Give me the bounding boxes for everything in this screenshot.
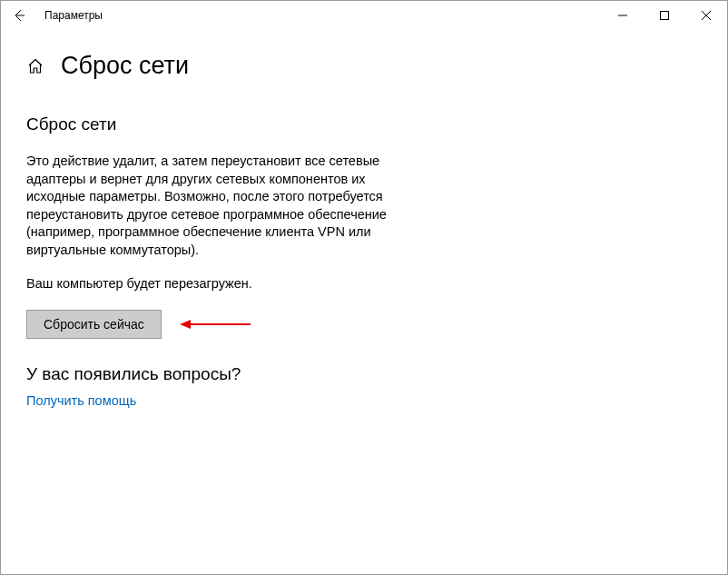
svg-rect-2 xyxy=(661,12,669,20)
back-button[interactable] xyxy=(6,3,32,28)
restart-note: Ваш компьютер будет перезагружен. xyxy=(26,275,411,293)
window-title: Параметры xyxy=(44,9,103,22)
description-text: Это действие удалит, а затем переустанов… xyxy=(26,153,411,259)
annotation-arrow xyxy=(180,317,252,332)
home-icon xyxy=(27,58,44,74)
maximize-button[interactable] xyxy=(644,1,685,30)
window-controls xyxy=(602,1,727,30)
home-button[interactable] xyxy=(26,57,44,75)
section-heading: Сброс сети xyxy=(26,114,411,134)
minimize-icon xyxy=(618,11,627,20)
get-help-link[interactable]: Получить помощь xyxy=(26,393,136,408)
arrow-left-red-icon xyxy=(180,317,252,332)
titlebar: Параметры xyxy=(1,1,727,30)
minimize-button[interactable] xyxy=(602,1,644,30)
page-header: Сброс сети xyxy=(1,30,727,98)
content-area: Сброс сети Это действие удалит, а затем … xyxy=(1,114,437,408)
arrow-left-icon xyxy=(12,8,26,23)
close-icon xyxy=(702,11,711,20)
maximize-icon xyxy=(660,11,669,20)
titlebar-left: Параметры xyxy=(6,3,103,28)
questions-heading: У вас появились вопросы? xyxy=(26,364,411,384)
close-button[interactable] xyxy=(685,1,727,30)
button-row: Сбросить сейчас xyxy=(26,310,411,339)
reset-now-button[interactable]: Сбросить сейчас xyxy=(26,310,162,339)
svg-marker-6 xyxy=(180,320,191,329)
page-title: Сброс сети xyxy=(61,52,189,80)
